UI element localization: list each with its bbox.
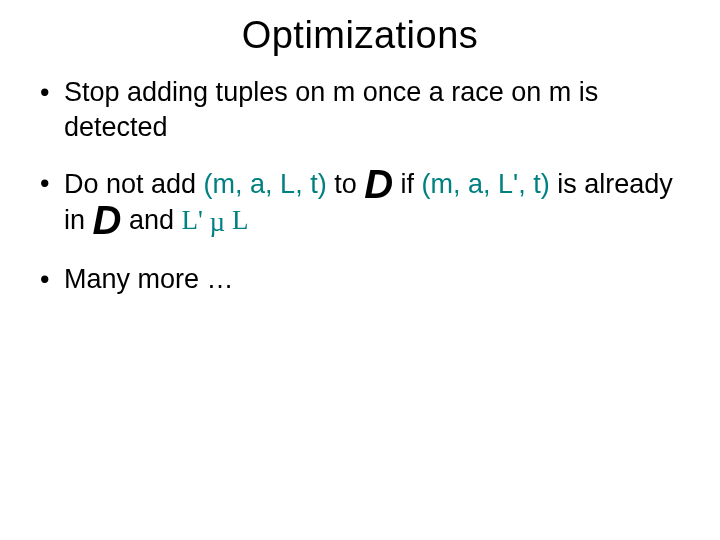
b2-mid4: and bbox=[121, 205, 181, 235]
b2-lprime: L' bbox=[181, 205, 209, 235]
b2-tuple2: (m, a, L', t) bbox=[422, 169, 550, 199]
b2-tuple1: (m, a, L, t) bbox=[204, 169, 327, 199]
b2-D1: D bbox=[364, 166, 393, 202]
bullet-3: Many more … bbox=[36, 262, 690, 297]
b2-pre: Do not add bbox=[64, 169, 204, 199]
bullet-2: Do not add (m, a, L, t) to D if (m, a, L… bbox=[36, 166, 690, 240]
b2-mid1: to bbox=[327, 169, 365, 199]
bullet-1-text: Stop adding tuples on m once a race on m… bbox=[64, 77, 598, 142]
subset-icon: µ bbox=[210, 205, 226, 240]
slide: Optimizations Stop adding tuples on m on… bbox=[0, 0, 720, 540]
bullet-list: Stop adding tuples on m once a race on m… bbox=[36, 75, 690, 296]
b2-L: L bbox=[225, 205, 248, 235]
bullet-3-text: Many more … bbox=[64, 264, 234, 294]
bullet-1: Stop adding tuples on m once a race on m… bbox=[36, 75, 690, 144]
b2-mid2: if bbox=[393, 169, 422, 199]
slide-title: Optimizations bbox=[30, 14, 690, 57]
b2-D2: D bbox=[93, 202, 122, 238]
